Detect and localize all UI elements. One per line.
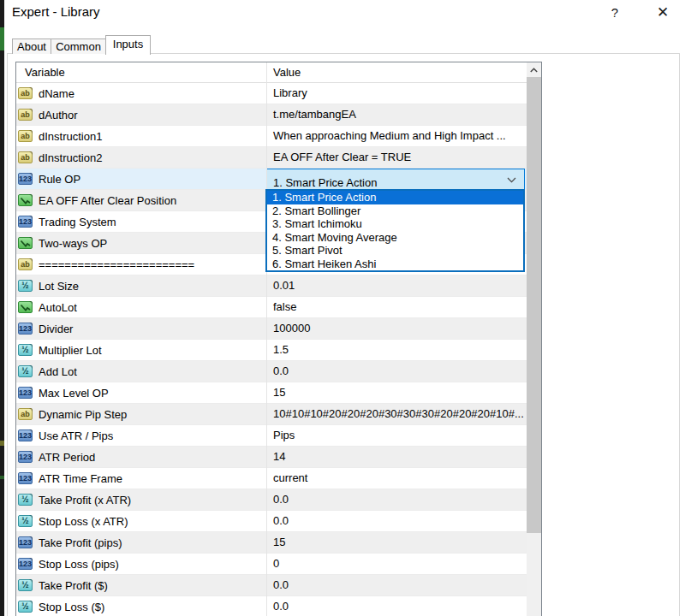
help-button[interactable]: ? (601, 1, 628, 25)
integer-type-icon: 123 (18, 451, 33, 463)
dropdown-option[interactable]: 1. Smart Price Action (267, 191, 523, 204)
table-row[interactable]: ab dName Library (16, 83, 527, 104)
variable-value: When approaching Medium and High Impact … (266, 126, 527, 147)
variable-value: 0.0 (266, 361, 527, 382)
table-row[interactable]: 123 ATR Time Frame current (16, 468, 527, 489)
table-row[interactable]: ½ Multiplier Lot 1.5 (16, 340, 527, 361)
boolean-type-icon (18, 237, 33, 249)
table-row[interactable]: ½ Take Profit ($) 0.0 (16, 575, 527, 596)
table-row[interactable]: 123 Take Profit (pips) 15 (16, 532, 527, 554)
table-rows: ab dName Library ab dAuthor t.me/tambang… (16, 83, 527, 616)
variable-name: Take Profit (pips) (39, 536, 122, 549)
dropdown-option[interactable]: 5. Smart Pivot (267, 244, 523, 258)
variable-value: 0.0 (266, 575, 527, 596)
integer-type-icon: 123 (18, 173, 33, 185)
tab-inputs[interactable]: Inputs (105, 35, 151, 55)
variable-name: Take Profit ($) (39, 579, 108, 592)
dropdown-option[interactable]: 3. Smart Ichimoku (267, 217, 523, 231)
tab-about[interactable]: About (12, 38, 51, 54)
variable-name: Add Lot (39, 365, 77, 378)
table-header: Variable Value (16, 62, 527, 83)
variable-value: 10#10#10#20#20#20#30#30#30#20#20#20#10#.… (266, 404, 527, 425)
variable-name: Trading System (39, 216, 116, 228)
table-row[interactable]: ½ Add Lot 0.0 (16, 361, 527, 382)
variable-name: dName (39, 87, 74, 100)
integer-type-icon: 123 (18, 429, 33, 441)
variable-value: t.me/tambangEA (266, 104, 527, 126)
variable-value: 15 (266, 532, 527, 554)
variable-name: Take Profit (x ATR) (39, 494, 131, 506)
scroll-up-button[interactable] (527, 62, 541, 77)
table-row[interactable]: ab Dynamic Pip Step 10#10#10#20#20#20#30… (16, 404, 527, 425)
vertical-scrollbar[interactable] (527, 62, 541, 616)
variable-value: false (266, 297, 527, 318)
variable-name: AutoLot (39, 301, 77, 314)
string-type-icon: ab (18, 87, 33, 99)
table-row[interactable]: ab dInstruction2 EA OFF After Clear = TR… (16, 147, 527, 169)
string-type-icon: ab (18, 130, 33, 142)
variable-value: 0.0 (266, 489, 527, 511)
table-row[interactable]: ½ Stop Loss ($) 0.0 (16, 596, 527, 616)
variable-name: dAuthor (39, 109, 78, 121)
integer-type-icon: 123 (18, 558, 33, 570)
double-type-icon: ½ (18, 344, 33, 356)
variable-value: 15 (266, 382, 527, 404)
table-row[interactable]: ½ Take Profit (x ATR) 0.0 (16, 489, 527, 511)
variable-name: Stop Loss ($) (39, 601, 104, 613)
variable-value: 0.0 (266, 596, 527, 616)
table-row[interactable]: 123 Divider 100000 (16, 318, 527, 340)
table-row[interactable]: 123 Stop Loss (pips) 0 (16, 554, 527, 575)
double-type-icon: ½ (18, 515, 33, 527)
variable-value: current (266, 468, 527, 489)
table-row[interactable]: ½ Lot Size 0.01 (16, 275, 527, 297)
double-type-icon: ½ (18, 579, 33, 591)
variable-name: ATR Period (39, 451, 95, 464)
variable-name: Stop Loss (x ATR) (39, 515, 128, 528)
table-row[interactable]: AutoLot false (16, 297, 527, 318)
table-row[interactable]: 123 Max Level OP 15 (16, 382, 527, 404)
variable-name: Lot Size (39, 280, 79, 293)
variable-name: ======================== (39, 258, 194, 271)
variable-value: Pips (266, 425, 527, 447)
variable-value: 1.5 (266, 340, 527, 361)
variable-name: dInstruction2 (39, 151, 102, 164)
table-row[interactable]: 123 Use ATR / Pips Pips (16, 425, 527, 447)
dropdown-option[interactable]: 4. Smart Moving Average (267, 231, 523, 245)
integer-type-icon: 123 (18, 216, 33, 228)
tab-common[interactable]: Common (51, 38, 106, 54)
variable-name: EA OFF After Clear Position (39, 194, 176, 207)
dropdown-option[interactable]: 2. Smart Bollinger (267, 204, 523, 218)
scrollbar-thumb[interactable] (527, 77, 541, 533)
integer-type-icon: 123 (18, 536, 33, 548)
string-type-icon: ab (18, 408, 33, 420)
variable-name: Rule OP (39, 173, 80, 186)
boolean-type-icon (18, 194, 33, 206)
close-button[interactable]: ✕ (645, 1, 681, 25)
variable-value: EA OFF After Clear = TRUE (266, 147, 527, 169)
table-row[interactable]: ab dAuthor t.me/tambangEA (16, 104, 527, 126)
double-type-icon: ½ (18, 365, 33, 377)
column-divider (266, 62, 267, 616)
rule-op-combobox[interactable]: 1. Smart Price Action (266, 169, 525, 190)
variable-name: Multiplier Lot (39, 344, 102, 357)
variable-name: Max Level OP (39, 387, 109, 400)
parameters-table: Variable Value ab dName Library ab dAuth… (15, 62, 542, 616)
integer-type-icon: 123 (18, 323, 33, 335)
integer-type-icon: 123 (18, 387, 33, 399)
variable-value: 0 (266, 554, 527, 575)
variable-name: Stop Loss (pips) (39, 558, 119, 571)
column-header-value: Value (273, 66, 301, 79)
dropdown-option[interactable]: 6. Smart Heiken Ashi (267, 258, 523, 271)
double-type-icon: ½ (18, 280, 33, 292)
table-row[interactable]: 123 ATR Period 14 (16, 447, 527, 468)
string-type-icon: ab (18, 109, 33, 121)
double-type-icon: ½ (18, 601, 33, 613)
table-row[interactable]: ½ Stop Loss (x ATR) 0.0 (16, 511, 527, 532)
table-row[interactable]: 123 Rule OP 1. Smart Price Action (16, 169, 527, 190)
variable-value: 14 (266, 447, 527, 468)
combobox-selected-value: 1. Smart Price Action (273, 173, 377, 190)
table-row[interactable]: ab dInstruction1 When approaching Medium… (16, 126, 527, 147)
boolean-type-icon (18, 301, 33, 313)
variable-name: Two-ways OP (39, 237, 107, 250)
double-type-icon: ½ (18, 494, 33, 506)
